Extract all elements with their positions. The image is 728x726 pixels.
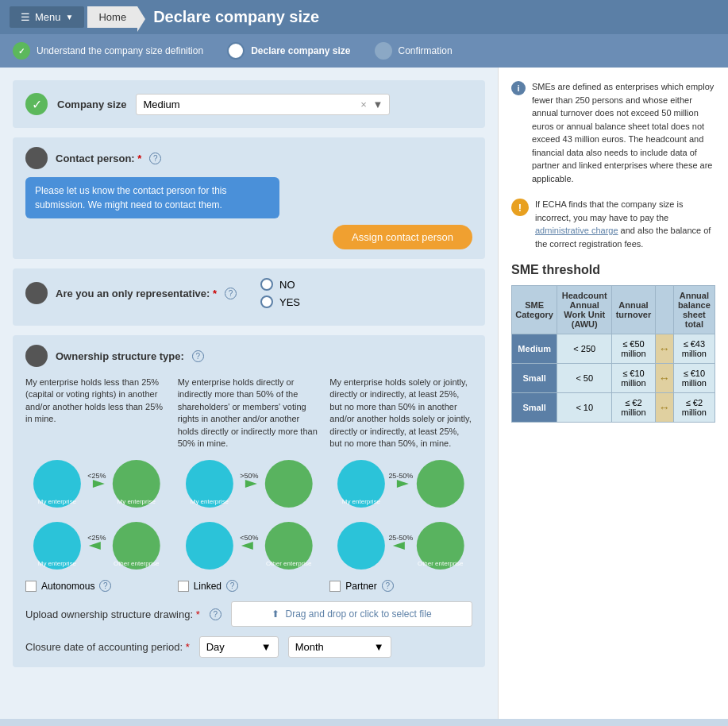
- sme-definition-card: i SMEs are defined as enterprises which …: [511, 80, 715, 185]
- svg-text:<50%: <50%: [240, 534, 258, 542]
- admin-charge-link[interactable]: administrative charge: [535, 226, 618, 235]
- day-arrow-icon: ▼: [261, 641, 272, 653]
- ownership-options: My enterprise holds less than 25% (capit…: [25, 377, 472, 450]
- menu-button[interactable]: ☰ Menu ▼: [10, 6, 84, 28]
- linked-info-icon[interactable]: ?: [226, 580, 238, 592]
- representative-label-text: Are you an only representative:: [56, 288, 210, 299]
- diagram-item-3: My enterprise 25-50%: [329, 456, 472, 512]
- checkbox-linked[interactable]: Linked ?: [178, 580, 321, 592]
- day-select[interactable]: Day ▼: [199, 636, 279, 658]
- autonomous-checkbox[interactable]: [25, 581, 37, 592]
- step-label-confirmation: Confirmation: [399, 45, 453, 56]
- checkbox-autonomous[interactable]: Autonomous ?: [25, 580, 168, 592]
- contact-person-section: Contact person: * ? Please let us know t…: [13, 137, 485, 259]
- radio-no-circle[interactable]: [260, 278, 273, 291]
- svg-text:25-50%: 25-50%: [389, 472, 414, 480]
- step-confirmation[interactable]: Confirmation: [375, 42, 453, 60]
- sme-col-balance: Annual balance sheet total: [673, 286, 715, 334]
- home-button[interactable]: Home: [87, 6, 137, 28]
- ownership-checkbox-row: Autonomous ? Linked ? Partner ?: [25, 580, 472, 592]
- step-circle-declare: [227, 42, 245, 60]
- svg-point-22: [186, 522, 233, 570]
- svg-text:My enterprise: My enterprise: [38, 560, 77, 567]
- autonomous-info-icon[interactable]: ?: [99, 580, 111, 592]
- page-title: Declare company size: [153, 8, 319, 26]
- sme-col-arrow-header: [655, 286, 673, 334]
- upload-required: *: [196, 608, 200, 620]
- contact-header-row: Contact person: * ?: [25, 147, 472, 169]
- bottom-nav: ◀ Back to understand the company size de…: [0, 719, 728, 726]
- company-size-section: ✓ Company size Medium × ▼: [13, 80, 485, 128]
- svg-marker-14: [397, 480, 409, 488]
- closure-label-text: Closure date of accounting period: *: [25, 641, 190, 653]
- radio-yes-label: YES: [279, 296, 300, 308]
- company-size-check-icon: ✓: [25, 93, 48, 115]
- left-panel: ✓ Company size Medium × ▼ Contact person…: [0, 68, 498, 719]
- diagram-item-5: Other enterprise <50%: [178, 518, 321, 573]
- sme-info-header: i SMEs are defined as enterprises which …: [511, 80, 715, 185]
- svg-point-27: [337, 522, 385, 570]
- svg-text:My enterprise: My enterprise: [117, 498, 156, 505]
- ownership-option-2-text: My enterprise holds directly or indirect…: [178, 377, 318, 448]
- ownership-option-3: My enterprise holds solely or jointly, d…: [329, 377, 472, 450]
- upload-dropzone[interactable]: ⬆ Drag and drop or click to select file: [231, 601, 472, 627]
- ownership-info-icon[interactable]: ?: [192, 350, 204, 362]
- svg-text:My enterprise: My enterprise: [342, 498, 381, 505]
- radio-yes[interactable]: YES: [260, 295, 300, 308]
- svg-text:<25%: <25%: [87, 534, 106, 542]
- diagram-item-1: My enterprise My enterprise <25%: [25, 456, 168, 512]
- month-select[interactable]: Month ▼: [288, 636, 391, 658]
- linked-checkbox[interactable]: [178, 581, 189, 592]
- representative-header-row: Are you an only representative: * ? NO Y…: [25, 278, 472, 308]
- sme-col-category: SME Category: [512, 286, 557, 334]
- radio-no[interactable]: NO: [260, 278, 300, 291]
- company-size-select[interactable]: Medium × ▼: [136, 94, 390, 115]
- sme-medium-headcount: < 250: [557, 334, 612, 364]
- sme-small-arrow: ↔: [655, 364, 673, 393]
- assign-contact-button[interactable]: Assign contact person: [333, 225, 472, 249]
- contact-required: *: [137, 153, 141, 164]
- partner-checkbox[interactable]: [329, 581, 341, 592]
- main-layout: ✓ Company size Medium × ▼ Contact person…: [0, 68, 728, 719]
- step-circle-confirmation: [375, 42, 392, 60]
- representative-label: Are you an only representative: *: [56, 288, 217, 299]
- representative-info-icon[interactable]: ?: [225, 288, 237, 299]
- ownership-label-text: Ownership structure type:: [56, 350, 184, 362]
- sme-micro-turnover: ≤ €2 million: [612, 393, 656, 423]
- upload-section: Upload ownership structure drawing: * ? …: [25, 601, 472, 627]
- upload-info-icon[interactable]: ?: [210, 608, 221, 620]
- sme-row-medium: Medium < 250 ≤ €50 million ↔ ≤ €43 milli…: [512, 334, 715, 364]
- contact-circle: [25, 147, 48, 169]
- checkbox-partner[interactable]: Partner ?: [329, 580, 472, 592]
- svg-text:My enterprise: My enterprise: [38, 498, 77, 505]
- contact-info-icon[interactable]: ?: [149, 153, 161, 164]
- partner-label: Partner: [345, 581, 376, 592]
- menu-label: Menu: [35, 11, 61, 23]
- sme-medium-arrow: ↔: [655, 334, 673, 364]
- sme-micro-category: Small: [512, 393, 557, 423]
- step-declare[interactable]: Declare company size: [227, 42, 350, 60]
- svg-marker-25: [241, 542, 253, 550]
- diagram-item-2: My enterprise >50%: [178, 456, 321, 512]
- contact-info-bubble: Please let us know the contact person fo…: [25, 177, 279, 218]
- step-understand[interactable]: ✓ Understand the company size definition: [13, 42, 203, 60]
- sme-table: SME Category Headcount Annual Work Unit …: [511, 285, 715, 423]
- sme-row-micro: Small < 10 ≤ €2 million ↔ ≤ €2 million: [512, 393, 715, 423]
- diagram-row-2: My enterprise Other enterprise <25% Othe…: [25, 518, 472, 573]
- warning-icon: !: [511, 199, 529, 216]
- only-representative-section: Are you an only representative: * ? NO Y…: [13, 268, 485, 326]
- chevron-down-icon: ▼: [66, 13, 74, 21]
- sme-col-headcount: Headcount Annual Work Unit (AWU): [557, 286, 612, 334]
- month-arrow-icon: ▼: [374, 641, 384, 653]
- clear-icon[interactable]: ×: [360, 98, 367, 110]
- step-label-declare: Declare company size: [251, 45, 350, 56]
- closure-label-main: Closure date of accounting period:: [25, 641, 183, 653]
- dropdown-arrow-icon: ▼: [373, 98, 383, 110]
- contact-label-text: Contact person:: [56, 153, 135, 164]
- svg-text:Other enterprise: Other enterprise: [266, 560, 312, 567]
- month-placeholder: Month: [295, 641, 324, 653]
- partner-info-icon[interactable]: ?: [382, 580, 394, 592]
- ownership-option-2: My enterprise holds directly or indirect…: [178, 377, 321, 450]
- svg-marker-9: [245, 480, 257, 488]
- radio-yes-circle[interactable]: [260, 295, 273, 308]
